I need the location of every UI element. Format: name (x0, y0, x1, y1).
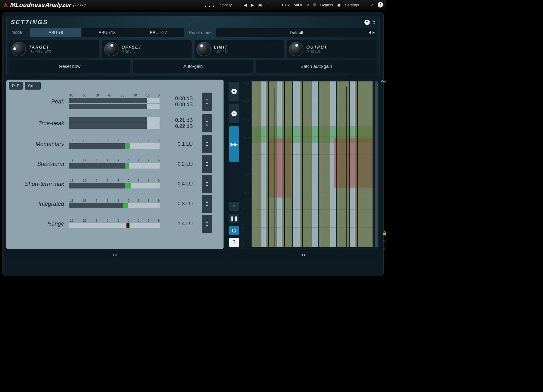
graph-yaxis: 9 LU 6 LU 3 LU 0 LU -3 LU -6 LU -9 LU -1… (240, 81, 250, 247)
truepeak-bar-r[interactable] (69, 123, 160, 129)
loudness-graph[interactable] (251, 81, 373, 247)
zoom-plus-icon[interactable]: ⊕ (383, 239, 386, 243)
menu-button[interactable]: ≡ (229, 201, 239, 211)
home-icon[interactable]: ⌂ (371, 3, 373, 7)
reset-mode-select[interactable]: Default (216, 28, 376, 37)
graph-resize-handle[interactable]: ◂ ▸ (227, 251, 380, 258)
meter-row-range: Range -18-12-9-6-30369 1.4 LU (9, 214, 221, 234)
settings-help-icon[interactable]: ? (364, 20, 370, 25)
knob-output[interactable]: OUTPUT0.00 dB (287, 40, 377, 58)
knob-limit[interactable]: LIMIT1.00 LU (195, 40, 284, 58)
crest-toggle[interactable]: Crest (25, 82, 41, 90)
graph-help-button[interactable]: ? (229, 238, 239, 247)
dice-icon[interactable]: ▣ (258, 3, 262, 7)
meter-row-shortterm: Short-term -18-12-9-6-30369 -0.2 LU (9, 154, 221, 174)
reset-mode-value: Default (290, 30, 303, 35)
shorttermmax-bar[interactable] (69, 183, 160, 188)
zoom-reset-icon[interactable]: ⊙ (383, 254, 386, 258)
batch-auto-gain-button[interactable]: Batch auto-gain (256, 60, 376, 73)
meter-row-shorttermmax: Short-term max -18-12-9-6-30369 0.4 LU (9, 174, 221, 194)
knob-output-dial[interactable] (289, 42, 303, 56)
power-button[interactable]: ⏻ (229, 226, 239, 235)
meter-row-peak: Peak -80-60-50-40-30-20-100 0.00 dB0.00 … (9, 91, 221, 112)
copy-icon[interactable]: ⧉ (313, 2, 316, 7)
reset-next-icon[interactable] (373, 31, 375, 34)
settings-collapse-icon[interactable] (373, 21, 375, 24)
shorttermmax-stepper[interactable] (202, 175, 212, 193)
prev-icon[interactable]: ◀ (244, 3, 247, 7)
side-toolbar: WAV 🔒 ⊕ ⊖ ⊙ (381, 80, 386, 258)
help-icon[interactable]: ? (378, 2, 383, 8)
reset-now-button[interactable]: Reset now (10, 60, 130, 73)
pause-button[interactable]: ❚❚ (229, 213, 239, 223)
app-header: MLoudnessAnalyzer (17.00) ⋮⋮⋮ Spotify ◀ … (0, 0, 386, 10)
alert-icon[interactable]: ⬣ (337, 3, 341, 7)
peak-bar-l[interactable] (69, 98, 160, 103)
graph-panel: + − ▶▶ ≡ ❚❚ ⏻ ? 9 LU 6 LU 3 LU 0 LU -3 L… (227, 80, 380, 249)
integrated-bar[interactable] (69, 203, 160, 208)
zoom-in-button[interactable]: + (229, 81, 239, 101)
bypass-label[interactable]: Bypass (320, 3, 333, 7)
settings-title: SETTINGS (10, 19, 49, 26)
add-icon[interactable]: ＋ (266, 2, 270, 8)
app-title: MLoudnessAnalyzer (10, 2, 72, 8)
lock-icon[interactable]: 🔒 (382, 231, 386, 236)
knob-limit-dial[interactable] (196, 42, 211, 56)
knob-offset-dial[interactable] (104, 42, 119, 56)
truepeak-stepper[interactable] (202, 114, 212, 132)
integrated-stepper[interactable] (202, 195, 212, 213)
zoom-out-button[interactable]: − (229, 104, 239, 124)
reset-prev-icon[interactable] (369, 31, 371, 34)
mode-tabs: EBU +9 EBU +18 EBU +27 (30, 28, 184, 37)
shortterm-bar[interactable] (69, 163, 160, 169)
auto-gain-button[interactable]: Auto-gain (133, 60, 253, 73)
knob-target-dial[interactable] (11, 42, 26, 56)
peak-stepper[interactable] (202, 93, 212, 111)
mode-tab-ebu18[interactable]: EBU +18 (81, 28, 133, 37)
settings-panel: SETTINGS ? Mode EBU +9 EBU +18 EBU +27 R… (6, 16, 380, 76)
shortterm-stepper[interactable] (202, 155, 212, 173)
knob-target[interactable]: TARGET-14.00 LUFS (10, 40, 99, 58)
zoom-minus-icon[interactable]: ⊖ (383, 246, 386, 251)
mode-label: Mode (10, 28, 27, 37)
truepeak-bar-l[interactable] (69, 117, 160, 123)
momentary-stepper[interactable] (202, 135, 212, 153)
next-icon[interactable]: ▶ (251, 3, 254, 7)
momentary-bar[interactable] (69, 143, 160, 149)
range-bar[interactable] (69, 223, 160, 228)
main-frame: SETTINGS ? Mode EBU +9 EBU +18 EBU +27 R… (2, 12, 384, 276)
graph-scrollbar[interactable] (375, 81, 378, 247)
meter-row-momentary: Momentary -18-12-9-6-30369 0.1 LU (9, 134, 221, 154)
range-stepper[interactable] (202, 215, 212, 233)
sync-icon[interactable]: ♫ (306, 3, 309, 7)
mode-tab-ebu27[interactable]: EBU +27 (133, 28, 184, 37)
plr-toggle[interactable]: PLR (9, 82, 23, 90)
knob-offset[interactable]: OFFSET0.00 LU (102, 40, 192, 58)
meters-panel: PLR Crest Peak -80-60-50-40-30-20-100 0.… (6, 80, 224, 249)
grid-icon[interactable]: ⋮⋮⋮ (204, 3, 215, 7)
peak-bar-r[interactable] (69, 104, 160, 109)
meter-row-truepeak: True-peak 0.21 dB0.22 dB (9, 112, 221, 134)
db-scale: -80-60-50-40-30-20-100 (69, 94, 160, 97)
wav-label[interactable]: WAV (381, 80, 386, 83)
app-version: (17.00) (73, 3, 86, 7)
settings-label[interactable]: Settings (345, 3, 359, 7)
channel-label[interactable]: L+R (282, 3, 289, 7)
reset-mode-label: Reset mode (187, 28, 213, 37)
meter-row-integrated: Integrated -18-12-9-6-30369 -0.3 LU (9, 194, 221, 214)
meters-resize-handle[interactable]: ◂ ▸ (6, 251, 224, 258)
host-label[interactable]: Spotify (220, 3, 232, 7)
mode-tab-ebu9[interactable]: EBU +9 (30, 28, 81, 37)
app-logo-icon (3, 2, 8, 8)
midi-label[interactable]: MIDI (294, 3, 302, 7)
fast-forward-button[interactable]: ▶▶ (229, 126, 239, 162)
